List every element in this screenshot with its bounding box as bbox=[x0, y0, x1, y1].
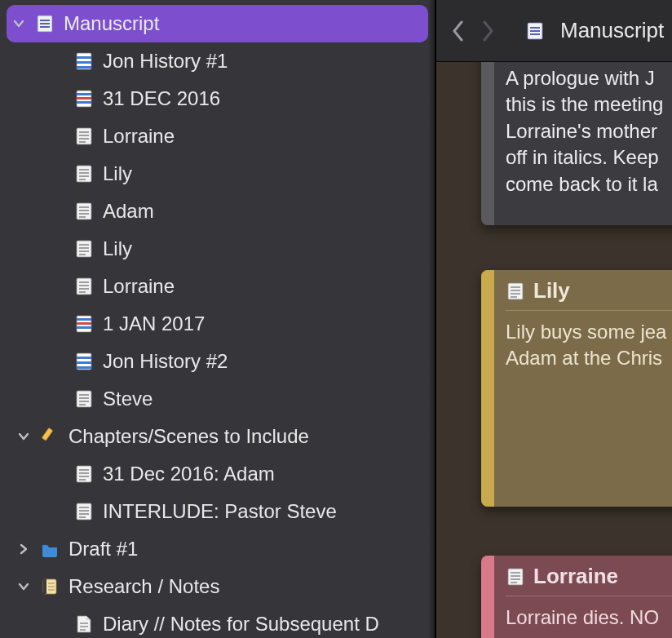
sidebar-item-31-dec-adam[interactable]: 31 Dec 2016: Adam bbox=[0, 455, 435, 493]
sidebar-item-adam[interactable]: Adam bbox=[0, 193, 435, 230]
document-icon bbox=[73, 201, 95, 222]
document-icon bbox=[73, 163, 95, 184]
sidebar-item-label: Lorraine bbox=[103, 275, 435, 298]
nav-forward-button[interactable] bbox=[480, 20, 495, 42]
document-icon bbox=[73, 313, 95, 335]
pencil-icon bbox=[39, 426, 60, 447]
card-title: Lorraine bbox=[533, 564, 618, 589]
document-icon bbox=[73, 51, 95, 72]
page-icon bbox=[73, 614, 95, 635]
sidebar-item-label: Manuscript bbox=[64, 12, 428, 35]
sidebar-item-label: Research / Notes bbox=[69, 575, 435, 598]
sidebar-item-label: Lorraine bbox=[103, 125, 435, 148]
sidebar-item-label: 31 DEC 2016 bbox=[103, 87, 435, 110]
sidebar-item-label: Steve bbox=[103, 388, 435, 410]
editor-title: Manuscript bbox=[560, 18, 664, 43]
card-body: Lorraine dies. NO bbox=[494, 596, 672, 638]
sidebar-item-steve[interactable]: Steve bbox=[0, 380, 435, 418]
document-icon bbox=[73, 388, 95, 410]
sidebar-item-manuscript[interactable]: Manuscript bbox=[7, 5, 428, 42]
corkboard-card-lily[interactable]: Lily Lily buys some jea Adam at the Chri… bbox=[481, 270, 672, 507]
chevron-down-icon[interactable] bbox=[11, 16, 26, 31]
sidebar-item-label: Chapters/Scenes to Include bbox=[69, 425, 435, 448]
sidebar-resize-handle[interactable] bbox=[428, 0, 435, 638]
chevron-right-icon[interactable] bbox=[16, 542, 31, 556]
corkboard-card-lorraine[interactable]: Lorraine Lorraine dies. NO bbox=[481, 556, 672, 638]
editor-pane: Manuscript A prologue with J this is the… bbox=[436, 0, 672, 638]
card-body: Lily buys some jea Adam at the Chris bbox=[494, 311, 672, 383]
sidebar-item-jon-history-2[interactable]: Jon History #2 bbox=[0, 343, 435, 380]
corkboard[interactable]: A prologue with J this is the meeting Lo… bbox=[436, 62, 672, 638]
sidebar-item-label: 1 JAN 2017 bbox=[103, 312, 435, 335]
document-icon bbox=[73, 238, 95, 259]
card-body: A prologue with J this is the meeting Lo… bbox=[494, 62, 672, 209]
notebook-icon bbox=[39, 576, 60, 597]
document-icon bbox=[73, 351, 95, 372]
sidebar-item-lorraine-2[interactable]: Lorraine bbox=[0, 268, 435, 305]
sidebar-item-1-jan-2017[interactable]: 1 JAN 2017 bbox=[0, 305, 435, 343]
sidebar-item-label: INTERLUDE: Pastor Steve bbox=[103, 500, 435, 523]
sidebar-item-label: Diary // Notes for Subsequent D bbox=[103, 613, 435, 636]
document-icon bbox=[524, 20, 546, 42]
sidebar-item-lily-2[interactable]: Lily bbox=[0, 230, 435, 268]
chevron-down-icon[interactable] bbox=[16, 429, 31, 444]
sidebar-item-label: Lily bbox=[103, 237, 435, 260]
chevron-down-icon[interactable] bbox=[16, 579, 31, 594]
card-color-stripe bbox=[481, 270, 494, 507]
card-title: Lily bbox=[533, 278, 570, 303]
sidebar-item-interlude-steve[interactable]: INTERLUDE: Pastor Steve bbox=[0, 493, 435, 530]
document-icon bbox=[506, 281, 525, 301]
document-icon bbox=[73, 126, 95, 147]
document-icon bbox=[73, 88, 95, 109]
document-icon bbox=[73, 463, 95, 485]
sidebar-item-chapters[interactable]: Chapters/Scenes to Include bbox=[0, 418, 435, 455]
document-icon bbox=[506, 567, 525, 587]
sidebar-item-label: Draft #1 bbox=[69, 538, 435, 560]
sidebar-item-diary-notes[interactable]: Diary // Notes for Subsequent D bbox=[0, 605, 435, 638]
binder-sidebar: Novel Format Manuscript Jon History #1 3… bbox=[0, 0, 436, 638]
sidebar-item-label: Lily bbox=[103, 162, 435, 185]
card-color-stripe bbox=[481, 62, 494, 225]
sidebar-item-label: Jon History #1 bbox=[103, 50, 435, 73]
document-icon bbox=[34, 13, 55, 34]
nav-back-button[interactable] bbox=[451, 20, 466, 42]
corkboard-card[interactable]: A prologue with J this is the meeting Lo… bbox=[481, 62, 672, 225]
sidebar-item-research[interactable]: Research / Notes bbox=[0, 568, 435, 605]
editor-toolbar: Manuscript bbox=[436, 0, 672, 62]
sidebar-item-31-dec-2016[interactable]: 31 DEC 2016 bbox=[0, 80, 435, 117]
sidebar-item-draft-1[interactable]: Draft #1 bbox=[0, 530, 435, 568]
document-icon bbox=[73, 276, 95, 297]
sidebar-item-label: Adam bbox=[103, 200, 435, 223]
folder-icon bbox=[39, 538, 60, 560]
sidebar-item-lorraine[interactable]: Lorraine bbox=[0, 117, 435, 155]
sidebar-item-label: 31 Dec 2016: Adam bbox=[103, 463, 435, 485]
sidebar-item-lily[interactable]: Lily bbox=[0, 155, 435, 193]
card-color-stripe bbox=[481, 556, 494, 638]
document-icon bbox=[73, 501, 95, 522]
sidebar-item-label: Jon History #2 bbox=[103, 350, 435, 373]
sidebar-item-jon-history-1[interactable]: Jon History #1 bbox=[0, 42, 435, 80]
